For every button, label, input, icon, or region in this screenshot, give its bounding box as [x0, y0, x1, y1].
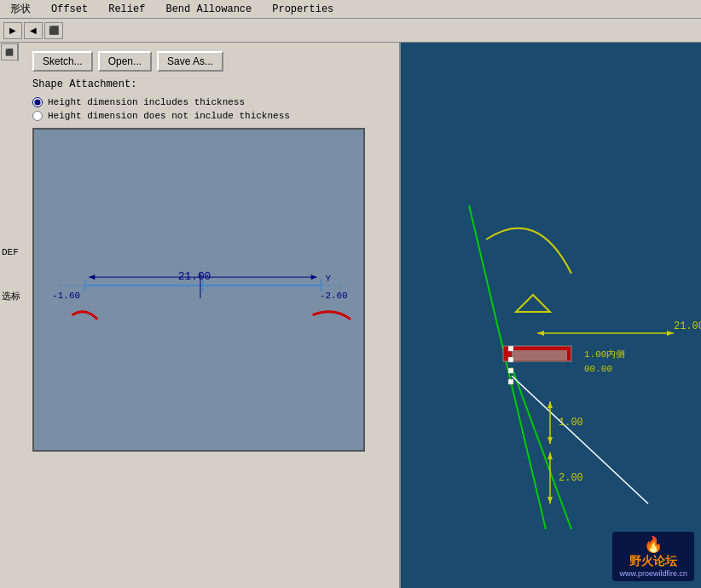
svg-rect-25 — [512, 350, 567, 360]
main-layout: ⬛ Sketch... Open... Save As... Shape Att… — [0, 43, 701, 588]
side-icon-1[interactable]: ⬛ — [1, 43, 18, 61]
watermark: 🔥 野火论坛 www.proewildfire.cn — [612, 532, 694, 581]
left-panel: ⬛ Sketch... Open... Save As... Shape Att… — [0, 43, 401, 588]
svg-rect-28 — [508, 368, 513, 373]
svg-text:-2.60: -2.60 — [320, 291, 348, 301]
menu-item-relief[interactable]: Relief — [105, 2, 148, 17]
watermark-logo: 🔥 — [644, 535, 663, 554]
svg-text:2.00: 2.00 — [559, 472, 583, 484]
menu-item-shape[interactable]: 形状 — [7, 0, 34, 18]
shape-attachment-label: Shape Attachment: — [32, 78, 391, 90]
button-row: Sketch... Open... Save As... — [32, 51, 391, 72]
svg-text:1.00内侧: 1.00内侧 — [584, 349, 625, 360]
toolbar-btn-2[interactable]: ◀ — [24, 22, 43, 39]
svg-text:-1.60: -1.60 — [52, 291, 80, 301]
svg-text:00.00: 00.00 — [584, 364, 612, 374]
menu-item-properties[interactable]: Properties — [269, 2, 337, 17]
toolbar: ▶ ◀ ⬛ — [0, 19, 701, 43]
radio-input-2[interactable] — [32, 111, 43, 121]
svg-text:21.00: 21.00 — [674, 320, 701, 332]
radio-label-2: Height dimension does not include thickn… — [48, 111, 290, 121]
radio-option-2[interactable]: Height dimension does not include thickn… — [32, 111, 391, 121]
panel-content: Sketch... Open... Save As... Shape Attac… — [32, 51, 391, 452]
menu-bar: 形状 Offset Relief Bend Allowance Properti… — [0, 0, 701, 19]
sketch-button[interactable]: Sketch... — [32, 51, 93, 72]
toolbar-btn-3[interactable]: ⬛ — [44, 22, 63, 39]
radio-label-1: Height dimension includes thickness — [48, 97, 245, 107]
sketch-svg: 21.00 -1.60 -2.60 Y — [34, 130, 363, 450]
radio-group: Shape Attachment: Height dimension inclu… — [32, 78, 391, 121]
svg-rect-29 — [508, 379, 513, 384]
menu-item-bend-allowance[interactable]: Bend Allowance — [162, 2, 255, 17]
radio-input-1[interactable] — [32, 97, 43, 107]
toolbar-btn-1[interactable]: ▶ — [3, 22, 22, 39]
watermark-text1: 野火论坛 — [629, 554, 677, 569]
save-as-button[interactable]: Save As... — [157, 51, 223, 72]
def-label: DEF — [2, 247, 19, 257]
radio-option-1[interactable]: Height dimension includes thickness — [32, 97, 391, 107]
side-icon-bar: ⬛ — [0, 43, 19, 61]
svg-text:21.00: 21.00 — [178, 270, 211, 283]
svg-text:Y: Y — [325, 274, 331, 284]
watermark-text2: www.proewildfire.cn — [619, 569, 687, 578]
svg-text:1.00: 1.00 — [559, 417, 583, 429]
xingbiao-label: 选标 — [2, 290, 20, 303]
sketch-canvas: 21.00 -1.60 -2.60 Y — [32, 128, 365, 452]
svg-rect-0 — [34, 130, 363, 450]
svg-rect-26 — [508, 346, 513, 351]
right-viewport: 21.00 1.00内侧 00.00 1.00 — [401, 43, 701, 588]
open-button[interactable]: Open... — [98, 51, 152, 72]
menu-item-offset[interactable]: Offset — [48, 2, 91, 17]
cad-svg: 21.00 1.00内侧 00.00 1.00 — [401, 43, 701, 588]
svg-rect-27 — [508, 357, 513, 362]
